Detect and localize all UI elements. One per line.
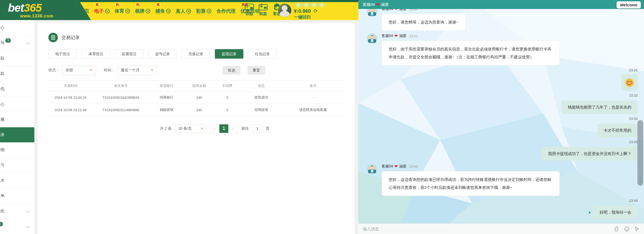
tab-electronic-bets[interactable]: 电子投注 (48, 49, 77, 59)
table-row: 2024-10-09 23:34:25 TX24100923342499633 … (48, 91, 344, 104)
message-time: 23:43 (409, 165, 418, 169)
nav-item-lottery[interactable]: 彩票 (196, 8, 211, 14)
smiley-icon[interactable] (624, 226, 630, 232)
table-row: 2024-10-09 23:21:49 TX24100923214980885 … (48, 104, 344, 116)
time-select[interactable]: 最近一个月 (118, 65, 157, 75)
sidebar-item-center[interactable]: 中心 (0, 20, 34, 35)
col-order: 收支单号 (93, 81, 149, 91)
logo-url: www.1336.com (20, 14, 91, 18)
user-message: 23:40 我用卡提现成功了，但是资金并没有到卡上啊？ (367, 140, 638, 161)
sidebar-item-records[interactable]: 记录 (0, 127, 34, 142)
sidebar-item-deposit[interactable]: 存款 (0, 51, 34, 66)
tab-withdraw-records[interactable]: 提现记录 (215, 49, 243, 59)
scroll-down-icon[interactable]: ▼ (639, 180, 642, 183)
nav-item-sports[interactable]: 热 体育 (115, 8, 130, 14)
count-badge: 3 (5, 38, 11, 43)
quick-actions: 存款 取款 客服 (244, 3, 283, 16)
message-bubble: 卡才不经常用的 (597, 124, 638, 137)
page-title: 交易记录 (62, 35, 80, 41)
welcome-button[interactable]: Welcome (617, 1, 641, 8)
message-bubble: 钱能钱包都用了几年了，也是实名的 (562, 100, 638, 114)
goto-page-input[interactable] (252, 124, 262, 133)
prev-page-button[interactable]: ‹ (210, 124, 219, 133)
sidebar-item-center2[interactable]: 中心 (0, 97, 34, 112)
agent-avatar (367, 9, 377, 17)
sidebar-item-withdraw[interactable]: 取款 (0, 66, 34, 81)
logo-text: bet (8, 2, 24, 14)
send-cursor-icon[interactable] (634, 226, 640, 232)
logo-number: 365 (24, 2, 41, 14)
agent-name: 客服04 (363, 2, 375, 7)
hot-badge: 热 (135, 2, 141, 7)
hot-badge: 热 (115, 2, 120, 7)
message-bubble: 您好，这边查询您的款项已经办理成功，若为跨行转账需视银行作业决定到账时间，还请您… (382, 171, 560, 196)
nav-item-agent[interactable]: 合作代理 (216, 8, 235, 14)
chevron-down-icon (186, 9, 191, 13)
user-message: 23:31 (367, 68, 638, 91)
smile-blush-emoji (625, 78, 634, 87)
filter-bar: 状态： 全部 时间： 最近一个月 筛选 重置 (48, 65, 344, 75)
filter-button[interactable]: 筛选 (223, 66, 240, 74)
message-bubble (621, 74, 638, 91)
heart-icon: ❤ (376, 2, 380, 7)
time-filter-label: 时间： (104, 68, 115, 73)
sidebar-item-wallet[interactable]: 钱包 (0, 81, 34, 97)
nav-item-live[interactable]: 真人 (176, 8, 191, 14)
status-select[interactable]: 全部 (62, 65, 96, 75)
col-bank: 提现银行 (149, 81, 184, 91)
sidebar-item-details[interactable]: 明细 (0, 142, 34, 158)
record-tabs: 电子投注 体育投注 彩票投注 追号记录 充值记录 提现记录 红包记录 (48, 49, 344, 59)
sidebar-item-favorites[interactable]: 收藏 (0, 112, 34, 127)
chevron-down-icon (26, 209, 30, 213)
col-fee: 手续费 (214, 81, 241, 91)
tab-deposit-records[interactable]: 充值记录 (182, 49, 210, 59)
nav-item-slots[interactable]: 奖 电子 (94, 8, 110, 14)
sidebar-item-bets[interactable]: 注单 (0, 188, 34, 204)
current-page[interactable]: 1 (219, 124, 228, 133)
tab-redpacket-records[interactable]: 红包记录 (248, 49, 277, 59)
sidebar-item-system[interactable]: 系统 (0, 204, 34, 219)
message-bubble: 好吧，我等待一会 (593, 205, 638, 219)
pagination: 共 2 条 10 条/页 ‹ 1 › 前往 页 (67, 124, 363, 133)
caret-down-icon (200, 128, 203, 131)
balance-amount: ¥:0.860 (294, 8, 311, 14)
heart-icon: ❤ (395, 9, 398, 11)
main-nav: 首页 奖 电子 热 体育 热 棋牌 奖 捕鱼 真人 彩票 合作代理 高薪 优惠 (80, 2, 260, 20)
caret-down-icon (89, 69, 92, 73)
one-key-return-button[interactable]: 一键回归 (294, 15, 325, 20)
scroll-widget[interactable]: ▲ ▼ (637, 120, 643, 186)
col-time: 充值时间 (48, 81, 93, 91)
chevron-down-icon (207, 9, 211, 13)
sidebar-item-turnover[interactable]: 流水 (0, 173, 34, 188)
user-avatar[interactable] (278, 3, 291, 17)
sidebar-item-more[interactable]: 1 (0, 219, 34, 234)
paperclip-icon[interactable] (614, 226, 620, 232)
reset-button[interactable]: 重置 (248, 66, 265, 74)
withdraw-button[interactable]: 取款 (257, 3, 269, 16)
chat-message-area[interactable]: 客服04❤涵蕾23:30 您好，请您稍等，这边为您查询，谢谢~ 客服04❤涵蕾2… (358, 9, 644, 223)
tab-lottery-bets[interactable]: 彩票投注 (115, 49, 143, 59)
col-status: 状态 (240, 81, 282, 91)
withdraw-card-icon (258, 3, 268, 11)
betting-site-panel: bet365 www.1336.com 首页 奖 电子 热 体育 热 棋牌 奖 … (0, 0, 358, 234)
page-size-select[interactable]: 10 条/页 (175, 124, 206, 133)
agent-message: 客服04❤涵蕾23:43 您好，这边查询您的款项已经办理成功，若为跨行转账需视银… (367, 164, 638, 196)
tab-chase-records[interactable]: 追号记录 (148, 49, 177, 59)
site-logo[interactable]: bet365 www.1336.com (0, 0, 91, 20)
message-input[interactable] (363, 226, 610, 231)
sidebar-item-profitloss[interactable]: 盈亏 (0, 158, 34, 173)
next-page-button[interactable]: › (228, 124, 237, 133)
nav-item-fishing[interactable]: 奖 捕鱼 (155, 8, 171, 14)
message-time: 23:44 (629, 199, 638, 203)
goto-label: 前往 (241, 126, 249, 131)
message-time: 23:31 (409, 34, 418, 38)
sidebar-item-account[interactable]: 账号3 (0, 35, 34, 51)
prize-badge: 奖 (94, 2, 100, 7)
chat-header: 客服04 ❤ 涵蕾 (358, 0, 644, 9)
nav-item-cards[interactable]: 热 棋牌 (135, 8, 150, 14)
caret-down-icon (151, 69, 154, 73)
refresh-icon[interactable]: ⟳ (313, 8, 318, 14)
scroll-up-icon[interactable]: ▲ (639, 177, 642, 179)
tab-sports-bets[interactable]: 体育投注 (82, 49, 110, 59)
deposit-button[interactable]: 存款 (244, 3, 255, 16)
